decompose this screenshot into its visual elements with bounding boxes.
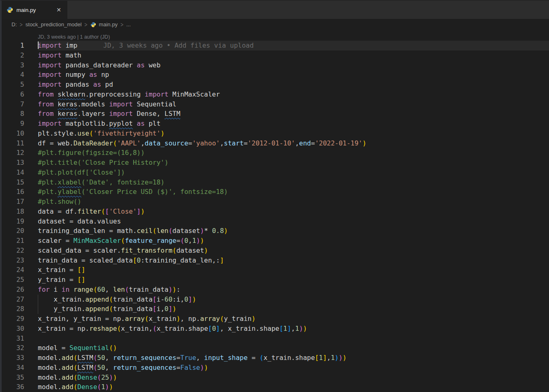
code-line[interactable]: 25y_train = [] <box>2 275 549 285</box>
code-line-content[interactable]: import numpy as np <box>38 70 549 80</box>
code-line[interactable]: 24x_train = [] <box>2 265 549 275</box>
line-number[interactable]: 5 <box>2 80 24 90</box>
code-line[interactable]: 29x_train, y_train = np.array(x_train), … <box>2 314 549 324</box>
code-line-content[interactable]: import matplotlib.pyplot as plt <box>38 119 549 129</box>
code-line[interactable]: 35model.add(Dense(25)) <box>2 373 549 383</box>
code-line[interactable]: 5import pandas as pd <box>2 80 549 90</box>
code-line[interactable]: 23train_data = scaled_data[0:training_da… <box>2 256 549 265</box>
code-line-content[interactable]: import pandas as pd <box>38 80 549 90</box>
code-line[interactable]: 20training_data_len = math.ceil(len(data… <box>2 226 549 236</box>
code-line[interactable]: 34model.add(LSTM(50, return_sequences=Fa… <box>2 363 549 373</box>
code-line[interactable]: 19dataset = data.values <box>2 217 549 226</box>
line-number[interactable]: 21 <box>2 236 24 246</box>
line-number[interactable]: 14 <box>2 168 24 178</box>
code-line[interactable]: 36model.add(Dense(1)) <box>2 382 549 392</box>
line-number[interactable]: 24 <box>2 265 24 275</box>
code-line[interactable]: 7from keras.models import Sequential <box>2 99 549 109</box>
code-line-content[interactable]: from keras.layers import Dense, LSTM <box>38 109 549 119</box>
line-number[interactable]: 3 <box>2 60 24 70</box>
code-line[interactable]: 4import numpy as np <box>2 70 549 80</box>
line-number[interactable]: 33 <box>2 353 24 363</box>
line-number[interactable]: 29 <box>2 314 24 324</box>
line-number[interactable]: 4 <box>2 70 24 80</box>
code-line-content[interactable]: y_train.append(train_data[i,0]) <box>38 304 549 314</box>
code-line-content[interactable]: import impJD, 3 weeks ago • Add files vi… <box>38 41 549 51</box>
code-line-content[interactable]: #plt.title('Close Price History') <box>38 158 549 168</box>
code-line-content[interactable]: for i in range(60, len(train_data)): <box>38 285 549 295</box>
line-number[interactable]: 22 <box>2 246 24 256</box>
code-line[interactable]: 27 x_train.append(train_data[i-60:i,0]) <box>2 295 549 304</box>
line-number[interactable]: 35 <box>2 373 24 383</box>
line-number[interactable]: 6 <box>2 90 24 99</box>
code-line-content[interactable]: training_data_len = math.ceil(len(datase… <box>38 226 549 236</box>
code-line-content[interactable]: #plt.show() <box>38 197 549 207</box>
close-icon[interactable]: ✕ <box>55 6 62 14</box>
code-line[interactable]: 15#plt.xlabel('Date', fontsize=18) <box>2 178 549 187</box>
line-number[interactable]: 30 <box>2 324 24 334</box>
code-line[interactable]: 22scaled_data = scaler.fit_transform(dat… <box>2 246 549 256</box>
code-line-content[interactable]: scaler = MinMaxScaler(feature_range=(0,1… <box>38 236 549 246</box>
git-blame-codelens[interactable]: JD, 3 weeks ago | 1 author (JD) <box>2 30 549 41</box>
code-line-content[interactable]: #plt.figure(figsize=(16,8)) <box>38 148 549 158</box>
code-line[interactable]: 16#plt.ylabel('Closer Price USD ($)', fo… <box>2 187 549 197</box>
code-line[interactable]: 14#plt.plot(df['Close']) <box>2 168 549 178</box>
line-number[interactable]: 34 <box>2 363 24 373</box>
line-number[interactable]: 1 <box>2 41 24 51</box>
code-line-content[interactable]: #plt.xlabel('Date', fontsize=18) <box>38 178 549 187</box>
code-line-content[interactable]: import pandas_datareader as web <box>38 60 549 70</box>
line-number[interactable]: 12 <box>2 148 24 158</box>
code-line-content[interactable]: data = df.filter(['Close']) <box>38 207 549 217</box>
line-number[interactable]: 36 <box>2 382 24 392</box>
code-line[interactable]: 13#plt.title('Close Price History') <box>2 158 549 168</box>
line-number[interactable]: 28 <box>2 304 24 314</box>
line-number[interactable]: 7 <box>2 99 24 109</box>
code-line[interactable]: 17#plt.show() <box>2 197 549 207</box>
code-line[interactable]: 26for i in range(60, len(train_data)): <box>2 285 549 295</box>
code-line-content[interactable]: x_train, y_train = np.array(x_train), np… <box>38 314 549 324</box>
line-number[interactable]: 23 <box>2 256 24 265</box>
code-line-content[interactable]: #plt.plot(df['Close']) <box>38 168 549 178</box>
code-line[interactable]: 21scaler = MinMaxScaler(feature_range=(0… <box>2 236 549 246</box>
line-number[interactable]: 31 <box>2 334 24 344</box>
code-line[interactable]: 30x_train = np.reshape(x_train,(x_train.… <box>2 324 549 334</box>
line-number[interactable]: 2 <box>2 51 24 60</box>
line-number[interactable]: 25 <box>2 275 24 285</box>
code-line[interactable]: 9import matplotlib.pyplot as plt <box>2 119 549 129</box>
breadcrumb-item-file[interactable]: main.py <box>99 21 118 28</box>
code-line-content[interactable]: train_data = scaled_data[0:training_data… <box>38 256 549 265</box>
code-line-content[interactable]: from keras.models import Sequential <box>38 99 549 109</box>
breadcrumb-item-symbols[interactable]: ... <box>126 21 131 28</box>
code-line-content[interactable]: y_train = [] <box>38 275 549 285</box>
line-number[interactable]: 10 <box>2 129 24 138</box>
code-line[interactable]: 12#plt.figure(figsize=(16,8)) <box>2 148 549 158</box>
breadcrumb-item-drive[interactable]: D: <box>12 21 17 28</box>
code-line-content[interactable]: df = web.DataReader('AAPL',data_source='… <box>38 138 549 148</box>
line-number[interactable]: 9 <box>2 119 24 129</box>
code-line-content[interactable]: model.add(LSTM(50, return_sequences=Fals… <box>38 363 549 373</box>
code-line-content[interactable]: model.add(Dense(25)) <box>38 373 549 383</box>
code-line-content[interactable]: model = Sequential() <box>38 343 549 353</box>
code-line[interactable]: 1import impJD, 3 weeks ago • Add files v… <box>2 41 549 51</box>
code-line[interactable]: 28 y_train.append(train_data[i,0]) <box>2 304 549 314</box>
code-line-content[interactable]: x_train = [] <box>38 265 549 275</box>
code-line[interactable]: 6from sklearn.preprocessing import MinMa… <box>2 90 549 99</box>
tab-main-py[interactable]: main.py ✕ <box>2 1 67 19</box>
code-line[interactable]: 33model.add(LSTM(50, return_sequences=Tr… <box>2 353 549 363</box>
line-number[interactable]: 18 <box>2 207 24 217</box>
code-line-content[interactable]: x_train = np.reshape(x_train,(x_train.sh… <box>38 324 549 334</box>
code-line[interactable]: 8from keras.layers import Dense, LSTM <box>2 109 549 119</box>
code-line-content[interactable]: scaled_data = scaler.fit_transform(datas… <box>38 246 549 256</box>
code-line[interactable]: 31 <box>2 334 549 344</box>
breadcrumb-item-folder[interactable]: stock_prediction_model <box>25 21 82 28</box>
line-number[interactable]: 26 <box>2 285 24 295</box>
code-line[interactable]: 11df = web.DataReader('AAPL',data_source… <box>2 138 549 148</box>
line-number[interactable]: 19 <box>2 217 24 226</box>
code-line-content[interactable]: import math <box>38 51 549 60</box>
line-number[interactable]: 15 <box>2 178 24 187</box>
code-line-content[interactable]: x_train.append(train_data[i-60:i,0]) <box>38 295 549 304</box>
code-line[interactable]: 32model = Sequential() <box>2 343 549 353</box>
code-line[interactable]: 10plt.style.use('fivethirtyeight') <box>2 129 549 138</box>
code-line[interactable]: 18data = df.filter(['Close']) <box>2 207 549 217</box>
line-number[interactable]: 11 <box>2 138 24 148</box>
code-line-content[interactable]: model.add(LSTM(50, return_sequences=True… <box>38 353 549 363</box>
